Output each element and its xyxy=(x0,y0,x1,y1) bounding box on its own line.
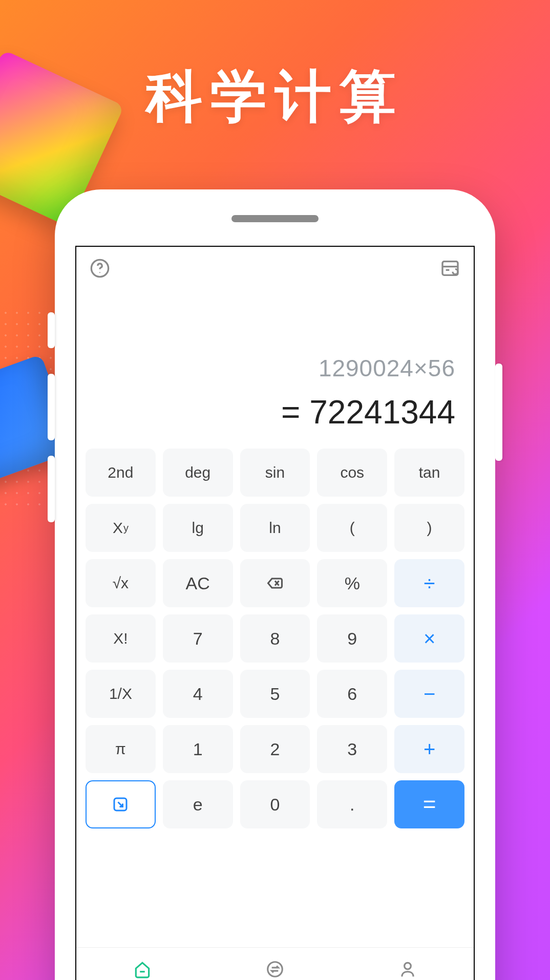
key-equals[interactable]: = xyxy=(394,780,464,828)
key-pi[interactable]: π xyxy=(86,725,156,773)
phone-side-button xyxy=(495,364,502,461)
key-0[interactable]: 0 xyxy=(240,780,310,828)
result-text: = 72241344 xyxy=(95,393,455,431)
swap-icon xyxy=(265,960,285,979)
home-icon xyxy=(133,960,152,979)
backspace-icon xyxy=(266,574,284,592)
key-dot[interactable]: . xyxy=(317,780,387,828)
key-4[interactable]: 4 xyxy=(163,670,233,718)
key-ln[interactable]: ln xyxy=(240,504,310,552)
phone-side-button xyxy=(48,456,55,522)
hero-title: 科学计算 xyxy=(0,59,550,135)
svg-point-9 xyxy=(268,962,283,976)
key-cos[interactable]: cos xyxy=(317,449,387,497)
key-8[interactable]: 8 xyxy=(240,614,310,663)
key-sqrt[interactable]: √x xyxy=(86,559,156,607)
app-screen: 1290024×56 = 72241344 2nd deg sin cos ta… xyxy=(75,246,475,980)
key-3[interactable]: 3 xyxy=(317,725,387,773)
top-bar xyxy=(76,247,474,283)
collapse-icon xyxy=(111,795,130,814)
svg-point-1 xyxy=(99,272,100,273)
svg-rect-2 xyxy=(442,262,458,275)
key-deg[interactable]: deg xyxy=(163,449,233,497)
calculator-mode-icon[interactable] xyxy=(440,258,460,281)
key-sin[interactable]: sin xyxy=(240,449,310,497)
key-1[interactable]: 1 xyxy=(163,725,233,773)
key-tan[interactable]: tan xyxy=(394,449,464,497)
nav-more[interactable]: 更多 xyxy=(341,948,474,980)
calc-display: 1290024×56 = 72241344 xyxy=(76,283,474,441)
expression-text: 1290024×56 xyxy=(95,354,455,382)
key-9[interactable]: 9 xyxy=(317,614,387,663)
key-ac[interactable]: AC xyxy=(163,559,233,607)
person-icon xyxy=(398,960,417,979)
key-reciprocal[interactable]: 1/X xyxy=(86,670,156,718)
key-lparen[interactable]: ( xyxy=(317,504,387,552)
phone-side-button xyxy=(48,312,55,348)
key-e[interactable]: e xyxy=(163,780,233,828)
key-5[interactable]: 5 xyxy=(240,670,310,718)
key-percent[interactable]: % xyxy=(317,559,387,607)
nav-calculator[interactable]: 计算器 xyxy=(76,948,209,980)
nav-unit-convert[interactable]: 单位换算 xyxy=(209,948,342,980)
key-factorial[interactable]: X! xyxy=(86,614,156,663)
key-minus[interactable]: − xyxy=(394,670,464,718)
phone-frame: 1290024×56 = 72241344 2nd deg sin cos ta… xyxy=(55,189,495,980)
keypad: 2nd deg sin cos tan Xy lg ln ( ) √x AC %… xyxy=(76,441,474,833)
key-power[interactable]: Xy xyxy=(86,504,156,552)
key-plus[interactable]: + xyxy=(394,725,464,773)
key-divide[interactable]: ÷ xyxy=(394,559,464,607)
key-multiply[interactable]: × xyxy=(394,614,464,663)
help-icon[interactable] xyxy=(90,258,110,281)
key-rparen[interactable]: ) xyxy=(394,504,464,552)
phone-side-button xyxy=(48,374,55,440)
key-lg[interactable]: lg xyxy=(163,504,233,552)
key-power-base: X xyxy=(113,519,123,537)
key-power-exp: y xyxy=(123,522,129,534)
key-2nd[interactable]: 2nd xyxy=(86,449,156,497)
bottom-nav: 计算器 单位换算 更多 xyxy=(76,947,474,980)
key-2[interactable]: 2 xyxy=(240,725,310,773)
key-6[interactable]: 6 xyxy=(317,670,387,718)
svg-point-10 xyxy=(404,963,411,969)
key-collapse[interactable] xyxy=(86,780,156,828)
key-7[interactable]: 7 xyxy=(163,614,233,663)
key-backspace[interactable] xyxy=(240,559,310,607)
